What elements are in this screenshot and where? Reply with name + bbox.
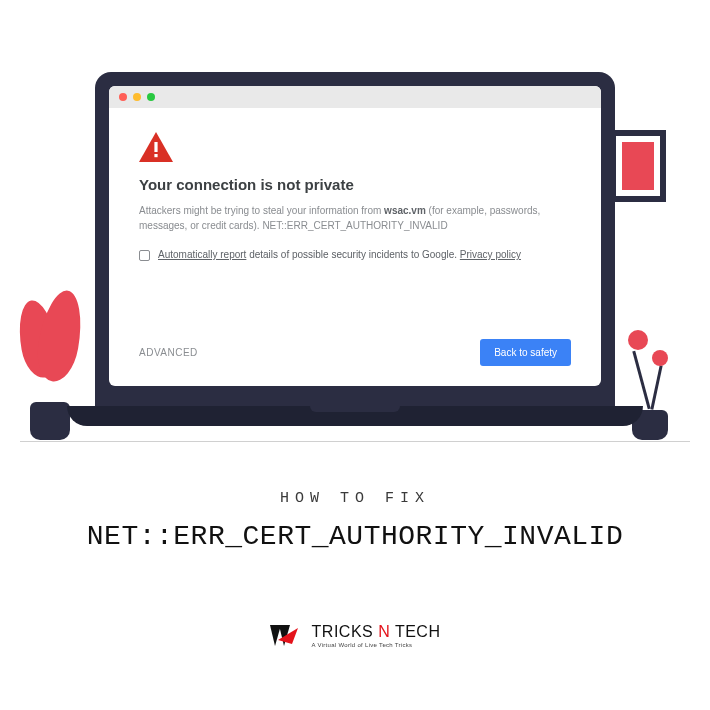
plant-pot (30, 402, 70, 440)
window-minimize-icon[interactable] (133, 93, 141, 101)
plant-bloom (652, 350, 668, 366)
browser-titlebar (109, 86, 601, 108)
brand-logo-icon (270, 622, 304, 650)
advanced-button[interactable]: ADVANCED (139, 347, 198, 358)
error-heading: Your connection is not private (139, 176, 571, 193)
laptop-bezel: Your connection is not private Attackers… (95, 72, 615, 406)
main-title: NET::ERR_CERT_AUTHORITY_INVALID (0, 521, 710, 552)
browser-window: Your connection is not private Attackers… (109, 86, 601, 386)
report-link[interactable]: Automatically report (158, 249, 246, 260)
privacy-policy-link[interactable]: Privacy policy (460, 249, 521, 260)
desc-domain: wsac.vm (384, 205, 426, 216)
laptop-illustration: Your connection is not private Attackers… (95, 72, 615, 426)
report-row: Automatically report details of possible… (139, 249, 571, 261)
brand-tricks: TRICKS (312, 623, 379, 640)
laptop-base (67, 406, 643, 426)
error-description: Attackers might be trying to steal your … (139, 203, 571, 233)
footer-brand: TRICKS N TECH A Virtual World of Live Te… (0, 622, 710, 650)
back-to-safety-button[interactable]: Back to safety (480, 339, 571, 366)
brand-n: N (378, 623, 390, 640)
report-text: Automatically report details of possible… (158, 249, 521, 260)
overline-text: HOW TO FIX (0, 490, 710, 507)
report-rest: details of possible security incidents t… (246, 249, 459, 260)
svg-rect-1 (154, 142, 157, 152)
desc-text-before: Attackers might be trying to steal your … (139, 205, 384, 216)
illustration-canvas: Your connection is not private Attackers… (0, 0, 710, 710)
browser-content: Your connection is not private Attackers… (109, 108, 601, 386)
plant-leaf (32, 287, 87, 385)
report-checkbox[interactable] (139, 250, 150, 261)
brand-text: TRICKS N TECH A Virtual World of Live Te… (312, 624, 441, 648)
title-block: HOW TO FIX NET::ERR_CERT_AUTHORITY_INVAL… (0, 490, 710, 552)
brand-tech: TECH (390, 623, 440, 640)
plant-bloom (628, 330, 648, 350)
plant-stem (632, 351, 650, 410)
error-actions: ADVANCED Back to safety (139, 339, 571, 366)
desc-error-code: NET::ERR_CERT_AUTHORITY_INVALID (262, 220, 447, 231)
brand-name: TRICKS N TECH (312, 624, 441, 640)
ground-line (20, 441, 690, 442)
plant-stem (650, 365, 662, 410)
decorative-picture-frame (610, 130, 666, 202)
svg-rect-2 (154, 154, 157, 157)
warning-triangle-icon (139, 132, 571, 162)
svg-marker-3 (270, 625, 281, 646)
window-maximize-icon[interactable] (147, 93, 155, 101)
frame-inner (622, 142, 654, 190)
window-close-icon[interactable] (119, 93, 127, 101)
brand-tagline: A Virtual World of Live Tech Tricks (312, 642, 441, 648)
